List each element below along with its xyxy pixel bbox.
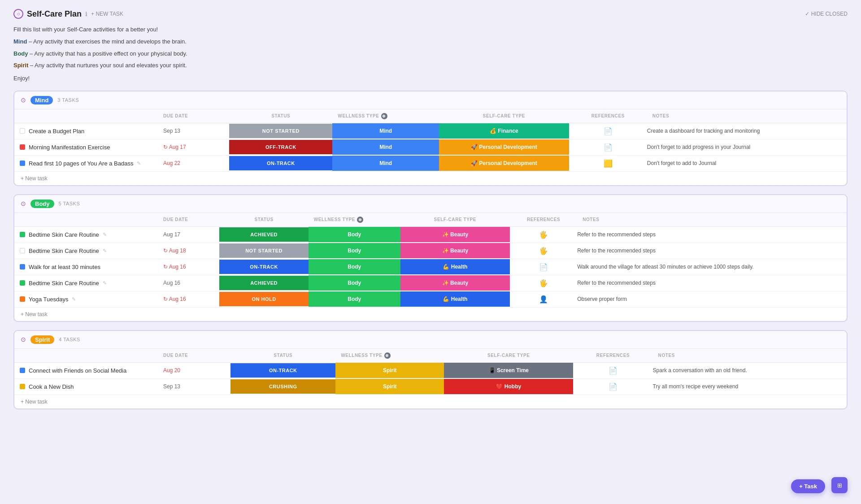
- wellness-cell[interactable]: Body: [309, 291, 400, 307]
- task-name-text: Bedtime Skin Care Routine: [29, 280, 99, 287]
- task-table-mind: DUE DATE STATUS WELLNESS TYPE ⊕ SELF-CAR…: [14, 109, 847, 185]
- hide-closed-button[interactable]: ✓ HIDE CLOSED: [805, 11, 848, 17]
- selfcare-cell[interactable]: ❤️ Hobby: [444, 378, 573, 395]
- new-task-row[interactable]: + New task: [14, 395, 847, 408]
- edit-icon[interactable]: ✎: [103, 232, 107, 238]
- wellness-cell[interactable]: Mind: [332, 139, 439, 155]
- selfcare-badge: ✨ Beauty: [400, 243, 510, 258]
- info-icon[interactable]: ℹ: [85, 11, 87, 17]
- table-row[interactable]: Walk for at least 30 minutes ↻ Aug 16 ON…: [14, 259, 847, 275]
- table-row[interactable]: Bedtime Skin Care Routine ✎ ↻ Aug 18 NOT…: [14, 243, 847, 259]
- selfcare-badge: ❤️ Hobby: [444, 379, 573, 394]
- edit-icon[interactable]: ✎: [72, 296, 76, 302]
- wellness-sort-icon[interactable]: ⊕: [381, 113, 387, 119]
- task-name-text: Yoga Tuesdays: [29, 296, 68, 303]
- selfcare-cell[interactable]: 🚀 Personal Development: [439, 139, 569, 155]
- reference-icon: 🖐: [539, 247, 548, 255]
- selfcare-cell[interactable]: ✨ Beauty: [400, 226, 510, 243]
- selfcare-badge: 💪 Health: [400, 259, 510, 274]
- edit-icon[interactable]: ✎: [103, 248, 107, 254]
- due-date-cell: Aug 16: [158, 275, 219, 291]
- wellness-sort-icon[interactable]: ⊕: [384, 352, 391, 359]
- status-cell[interactable]: ON HOLD: [219, 291, 308, 307]
- status-cell[interactable]: ACHIEVED: [219, 275, 308, 291]
- task-checkbox[interactable]: [20, 296, 25, 302]
- fab-task-button[interactable]: + Task: [791, 479, 825, 493]
- selfcare-cell[interactable]: ✨ Beauty: [400, 243, 510, 259]
- table-row[interactable]: Connect with Friends on Social Media Aug…: [14, 362, 847, 378]
- status-badge: NOT STARTED: [229, 124, 332, 138]
- task-name-text: Create a Budget Plan: [29, 128, 84, 135]
- fab-grid-button[interactable]: ⊞: [831, 477, 848, 493]
- selfcare-cell[interactable]: 🚀 Personal Development: [439, 155, 569, 171]
- selfcare-cell[interactable]: 📱 Screen Time: [444, 362, 573, 378]
- group-chevron-spirit[interactable]: ⊙: [21, 336, 26, 343]
- edit-icon[interactable]: ✎: [103, 280, 107, 286]
- table-row[interactable]: Read first 10 pages of You Are a Badass …: [14, 155, 847, 171]
- task-checkbox[interactable]: [20, 280, 25, 286]
- table-row[interactable]: Morning Manifestation Exercise ↻ Aug 17 …: [14, 139, 847, 155]
- table-row[interactable]: Cook a New Dish Sep 13 CRUSHING Spirit ❤…: [14, 378, 847, 395]
- status-badge: ON-TRACK: [229, 156, 332, 170]
- selfcare-cell[interactable]: 💪 Health: [400, 291, 510, 307]
- wellness-cell[interactable]: Body: [309, 243, 400, 259]
- task-checkbox[interactable]: [20, 384, 25, 389]
- wellness-cell[interactable]: Mind: [332, 123, 439, 139]
- status-cell[interactable]: NOT STARTED: [219, 243, 308, 259]
- new-task-cell[interactable]: + New task: [14, 307, 847, 321]
- title-area: ○ Self-Care Plan ℹ + NEW TASK: [13, 9, 123, 19]
- wellness-cell[interactable]: Body: [309, 226, 400, 243]
- group-chevron-body[interactable]: ⊙: [21, 200, 26, 207]
- col-references: REFERENCES: [510, 213, 577, 227]
- task-table-spirit: DUE DATE STATUS WELLNESS TYPE ⊕ SELF-CAR…: [14, 349, 847, 408]
- notes-cell: Create a dashboard for tracking and moni…: [647, 123, 847, 139]
- description-body: Body – Any activity that has a positive …: [13, 49, 848, 59]
- wellness-cell[interactable]: Body: [309, 275, 400, 291]
- task-checkbox[interactable]: [20, 128, 25, 134]
- task-checkbox[interactable]: [20, 232, 25, 237]
- status-cell[interactable]: ON-TRACK: [219, 259, 308, 275]
- wellness-cell[interactable]: Body: [309, 259, 400, 275]
- new-task-header-button[interactable]: + NEW TASK: [91, 11, 123, 17]
- notes-cell: Spark a conversation with an old friend.: [653, 362, 847, 378]
- status-cell[interactable]: NOT STARTED: [229, 123, 332, 139]
- fab-task-label: + Task: [799, 483, 817, 490]
- table-row[interactable]: Bedtime Skin Care Routine ✎ Aug 17 ACHIE…: [14, 226, 847, 243]
- edit-icon[interactable]: ✎: [137, 161, 141, 166]
- task-checkbox[interactable]: [20, 264, 25, 269]
- task-checkbox[interactable]: [20, 161, 25, 166]
- wellness-sort-icon[interactable]: ⊕: [357, 217, 363, 223]
- selfcare-cell[interactable]: ✨ Beauty: [400, 275, 510, 291]
- status-cell[interactable]: CRUSHING: [230, 378, 335, 395]
- new-task-row[interactable]: + New task: [14, 171, 847, 185]
- col-status: STATUS: [229, 109, 332, 123]
- table-row[interactable]: Yoga Tuesdays ✎ ↻ Aug 16 ON HOLD Body 💪 …: [14, 291, 847, 307]
- status-cell[interactable]: OFF-TRACK: [229, 139, 332, 155]
- group-chevron-mind[interactable]: ⊙: [21, 96, 26, 104]
- status-cell[interactable]: ACHIEVED: [219, 226, 308, 243]
- status-cell[interactable]: ON-TRACK: [229, 155, 332, 171]
- new-task-cell[interactable]: + New task: [14, 171, 847, 185]
- task-checkbox[interactable]: [20, 144, 25, 150]
- wellness-cell[interactable]: Spirit: [335, 378, 444, 395]
- status-cell[interactable]: ON-TRACK: [230, 362, 335, 378]
- selfcare-cell[interactable]: 💪 Health: [400, 259, 510, 275]
- group-label-spirit: Spirit: [30, 335, 54, 344]
- references-cell: 🖐: [510, 275, 577, 291]
- group-task-count-spirit: 4 TASKS: [59, 337, 80, 342]
- group-label-mind: Mind: [30, 96, 53, 104]
- status-badge: ACHIEVED: [219, 227, 308, 242]
- task-checkbox[interactable]: [20, 248, 25, 253]
- notes-cell: Walk around the village for atleast 30 m…: [577, 259, 847, 275]
- table-row[interactable]: Create a Budget Plan Sep 13 NOT STARTED …: [14, 123, 847, 139]
- new-task-cell[interactable]: + New task: [14, 395, 847, 408]
- task-name-cell: Create a Budget Plan: [14, 123, 158, 139]
- selfcare-cell[interactable]: 💰 Finance: [439, 123, 569, 139]
- new-task-row[interactable]: + New task: [14, 307, 847, 321]
- col-wellness-type: WELLNESS TYPE ⊕: [335, 349, 444, 363]
- wellness-cell[interactable]: Mind: [332, 155, 439, 171]
- task-checkbox[interactable]: [20, 368, 25, 373]
- reference-icon: 🖐: [539, 279, 548, 287]
- wellness-cell[interactable]: Spirit: [335, 362, 444, 378]
- table-row[interactable]: Bedtime Skin Care Routine ✎ Aug 16 ACHIE…: [14, 275, 847, 291]
